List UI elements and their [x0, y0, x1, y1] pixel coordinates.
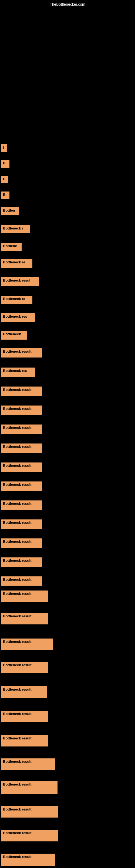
- bottleneck-result-label: Bottleneck result: [1, 405, 42, 415]
- bottleneck-result-label: Bottleneck result: [1, 348, 42, 358]
- bottleneck-result-label: Bottleneck result: [1, 443, 42, 453]
- bottleneck-result-label: Bottleneck result: [1, 830, 58, 841]
- bottleneck-result-label: Bottleneck result: [1, 781, 57, 794]
- bottleneck-result-label: Bottleneck result: [1, 463, 42, 472]
- bottleneck-result-label: Bottleneck result: [1, 500, 42, 510]
- bottleneck-result-label: B: [1, 160, 9, 167]
- bottleneck-result-label: Bottleneck result: [1, 590, 48, 602]
- bottleneck-result-label: Bottleneck result: [1, 686, 47, 698]
- bottleneck-result-label: Bottleneck result: [1, 482, 42, 491]
- bottleneck-result-label: Bottleneck result: [1, 538, 42, 548]
- bottleneck-result-label: Bottleneck result: [1, 854, 55, 866]
- bottleneck-result-label: Bottleneck res: [1, 368, 35, 377]
- bottleneck-result-label: E: [1, 176, 8, 183]
- bottleneck-result-label: Bottleneck result: [1, 735, 48, 746]
- bottleneck-result-label: Bottleneck r: [1, 225, 30, 233]
- bottleneck-result-label: Bottleneck result: [1, 662, 48, 673]
- bottleneck-result-label: Bottleneck result: [1, 613, 48, 624]
- bottleneck-result-label: Bottleneck ra: [1, 296, 32, 304]
- bottleneck-result-label: Bottleneck result: [1, 425, 42, 434]
- bottleneck-result-label: Bottleneck re: [1, 259, 32, 268]
- bottleneck-result-label: Bottleneck result: [1, 520, 42, 529]
- bottleneck-result-label: Bottleneck result: [1, 386, 42, 396]
- bottleneck-result-label: Bottlene: [1, 243, 21, 251]
- bottleneck-result-label: Bottlen: [1, 207, 19, 215]
- bottleneck-result-label: Bottleneck result: [1, 557, 42, 567]
- bottleneck-result-label: Bottleneck resul: [1, 277, 39, 286]
- bottleneck-result-label: Bottleneck result: [1, 577, 42, 586]
- bottleneck-result-label: [: [1, 144, 7, 152]
- bottleneck-result-label: Bottleneck result: [1, 711, 48, 722]
- bottleneck-result-label: B: [1, 191, 9, 199]
- site-title: TheBottlenecker.com: [50, 2, 85, 6]
- bottleneck-result-label: Bottleneck result: [1, 758, 55, 770]
- bottleneck-result-label: Bottleneck res: [1, 313, 35, 322]
- bottleneck-result-label: Bottleneck result: [1, 806, 58, 817]
- bottleneck-result-label: Bottleneck result: [1, 639, 53, 650]
- bottleneck-result-label: Bottleneck: [1, 331, 27, 340]
